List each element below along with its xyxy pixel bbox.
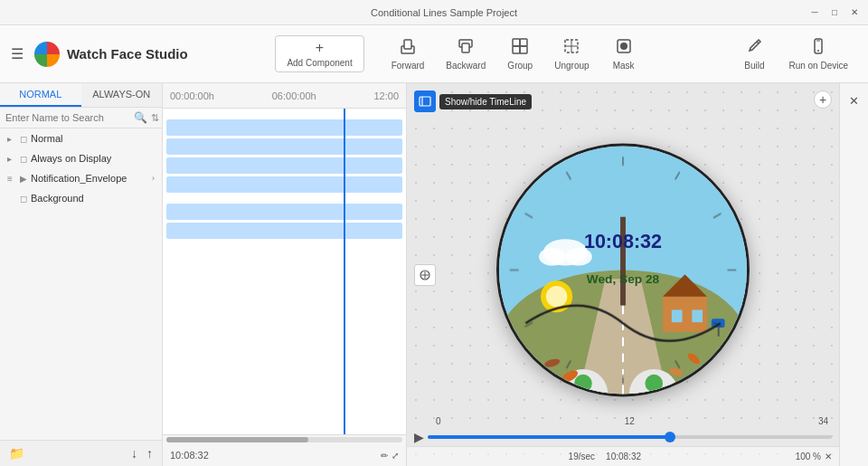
zoom-reset-icon[interactable]: ✕ [825,452,832,461]
group-button[interactable]: Group [498,33,542,74]
folder-button[interactable]: 📁 [7,444,26,462]
right-panel-close-icon[interactable]: ✕ [844,90,864,110]
progress-label-2: 34 [818,416,832,426]
move-down-button[interactable]: ↓ [129,444,139,462]
progress-bar-row: ▶ [407,428,839,446]
svg-point-41 [645,374,663,392]
add-icon: + [316,40,324,56]
svg-rect-17 [420,97,430,106]
ungroup-button[interactable]: Ungroup [545,33,598,74]
svg-text:Wed, Sep 28: Wed, Sep 28 [587,272,660,286]
canvas-toolbar-left [414,264,436,286]
zoom-level: 100 % [796,452,821,461]
logo-area: ☰ Watch Face Studio [11,42,188,67]
forward-icon [399,37,417,59]
build-icon [745,37,763,59]
svg-point-38 [574,374,592,392]
timeline-marker-2: 12:00 [373,90,399,101]
timeline-tracks[interactable] [163,109,406,434]
timeline-track-1[interactable] [166,119,402,136]
progress-labels-row: 0 12 34 [407,414,839,428]
timeline-playhead[interactable] [344,109,345,434]
layer-item-always-on[interactable]: ▸ ◻ Always on Display [0,148,162,168]
timeline-scrollbar[interactable] [163,435,406,444]
toolbar-right: Build Run on Device [732,33,857,74]
layer-item-notification[interactable]: ≡ ▶ Notification_Envelope › [0,168,162,188]
forward-button[interactable]: Forward [382,33,434,74]
main-area: NORMAL ALWAYS-ON 🔍 ⇅ ⚙ ▸ ◻ Normal ▸ ◻ Al… [0,83,868,466]
layer-item-background[interactable]: ◻ Background [0,188,162,208]
mask-icon [615,37,633,59]
timeline-expand-icon[interactable]: ⤢ [392,451,399,461]
add-component-button[interactable]: + Add Component [275,35,363,72]
run-on-device-icon [809,37,827,59]
group-label: Group [507,61,533,71]
maximize-button[interactable]: □ [828,6,841,19]
ungroup-label: Ungroup [554,61,589,71]
mask-button[interactable]: Mask [602,33,646,74]
filter-icon[interactable]: ⇅ [151,112,159,124]
scrollbar-thumb[interactable] [166,437,308,442]
hamburger-icon[interactable]: ☰ [11,45,24,62]
backward-icon [457,37,475,59]
expand-icon: ▸ [7,134,16,144]
run-on-device-button[interactable]: Run on Device [779,33,857,74]
minimize-button[interactable]: ─ [808,6,821,19]
backward-label: Backward [446,61,486,71]
build-button[interactable]: Build [732,33,776,74]
svg-rect-6 [513,46,520,53]
canvas-tool-1[interactable] [414,264,436,286]
timeline-track-4[interactable] [166,176,402,193]
canvas-area: Show/hide TimeLine + [407,83,839,466]
tab-always-on[interactable]: ALWAYS-ON [81,83,163,107]
layer-type-icon-4: ◻ [20,194,27,204]
window-controls[interactable]: ─ □ ✕ [808,6,861,19]
timeline-current-time: 10:08:32 [170,450,209,461]
timeline-edit-icon[interactable]: ✏ [381,451,388,461]
timeline-track-3[interactable] [166,157,402,174]
mask-label: Mask [613,61,635,71]
backward-button[interactable]: Backward [437,33,495,74]
add-row-button[interactable]: + [814,90,832,109]
show-hide-timeline-button[interactable] [414,90,436,112]
ungroup-icon [562,37,580,59]
close-button[interactable]: ✕ [848,6,861,19]
group-icon [511,37,529,59]
scrollbar-track [166,437,402,442]
progress-bar-track[interactable] [428,435,832,439]
svg-rect-5 [520,39,527,46]
notification-arrow: › [152,174,155,183]
watch-face: 10:08:32 Wed, Sep 28 Text Text [496,143,750,396]
title-bar: Conditional Lines Sample Project ─ □ ✕ [0,0,868,25]
timeline-track-2[interactable] [166,138,402,155]
search-icon[interactable]: 🔍 [134,111,147,124]
move-up-button[interactable]: ↑ [145,444,155,462]
progress-handle[interactable] [665,432,675,442]
timeline-track-6[interactable] [166,223,402,239]
layer-name-background: Background [31,193,155,204]
svg-rect-4 [513,39,520,46]
timeline-footer: 10:08:32 ✏ ⤢ [163,444,406,466]
search-input[interactable] [5,112,130,123]
expand-icon-3: ≡ [7,174,16,184]
window-title: Conditional Lines Sample Project [80,7,808,18]
timeline-marker-0: 00:00:00h [170,90,214,101]
layer-item-normal[interactable]: ▸ ◻ Normal [0,128,162,148]
tab-normal[interactable]: NORMAL [0,83,81,107]
forward-label: Forward [392,61,425,71]
add-component-label: Add Component [287,58,352,68]
play-button[interactable]: ▶ [414,430,424,444]
timeline-track-5[interactable] [166,204,402,220]
svg-text:10:08:32: 10:08:32 [584,230,662,252]
tabs-row: NORMAL ALWAYS-ON [0,83,162,108]
canvas-bottom: 0 12 34 ▶ 19/sec 10:08:32 100 % ✕ [407,414,839,466]
left-panel: NORMAL ALWAYS-ON 🔍 ⇅ ⚙ ▸ ◻ Normal ▸ ◻ Al… [0,83,163,466]
svg-point-24 [539,247,565,265]
svg-point-27 [546,286,567,307]
layer-name-notification: Notification_Envelope [31,173,148,184]
app-logo [34,42,60,67]
canvas-current-time: 10:08:32 [606,452,641,461]
layer-list: ▸ ◻ Normal ▸ ◻ Always on Display ≡ ▶ Not… [0,128,162,440]
layer-type-icon-3: ▶ [20,174,27,184]
search-row: 🔍 ⇅ ⚙ [0,108,162,128]
